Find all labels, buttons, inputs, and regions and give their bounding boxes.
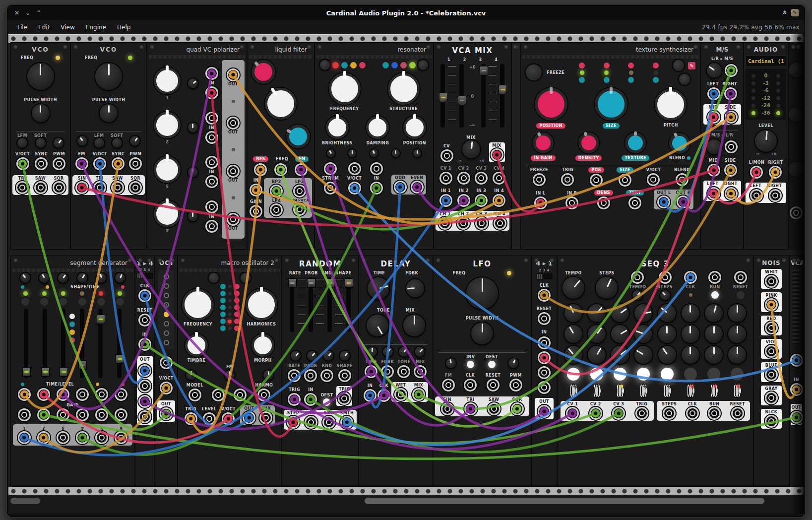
octave-dot[interactable]	[164, 330, 169, 336]
out-port-1[interactable]	[227, 68, 240, 81]
blue-output[interactable]	[765, 368, 778, 381]
wet-output[interactable]	[394, 388, 407, 401]
panel-toggle-icon[interactable]: ✎	[791, 9, 799, 16]
strum-input[interactable]	[324, 162, 337, 175]
seq-knob-r3[interactable]	[611, 346, 629, 364]
reset-input[interactable]	[487, 379, 500, 391]
steps-input[interactable]	[663, 407, 676, 420]
seq-knob-r3[interactable]	[682, 346, 699, 364]
size-knob[interactable]	[595, 88, 627, 121]
pitch-knob[interactable]	[655, 89, 687, 121]
time-cv-input[interactable]	[365, 365, 377, 378]
voct-input[interactable]	[647, 173, 660, 186]
trig-input[interactable]	[288, 393, 301, 406]
model-button-left[interactable]	[209, 273, 219, 283]
soft-knob[interactable]	[36, 138, 46, 148]
seg-slider-5[interactable]	[98, 309, 103, 378]
ofst-button[interactable]	[323, 398, 330, 406]
cv-thru[interactable]	[160, 356, 173, 369]
lin-output[interactable]	[305, 416, 317, 429]
in-l-input[interactable]	[534, 196, 547, 209]
decode-input[interactable]	[725, 140, 738, 153]
mix-output[interactable]	[412, 388, 425, 401]
gate-5[interactable]	[95, 408, 108, 421]
pulse-width-knob[interactable]	[471, 323, 493, 344]
lmon-input[interactable]	[750, 166, 763, 179]
out-4[interactable]	[138, 410, 151, 423]
soft-knob[interactable]	[112, 138, 122, 148]
in-2[interactable]	[538, 351, 551, 364]
atten-knob-4[interactable]	[188, 211, 198, 221]
seg-button-3[interactable]	[59, 298, 67, 306]
in-port-3b[interactable]	[205, 175, 218, 188]
freq-input[interactable]	[274, 163, 287, 176]
tone-cv-knob[interactable]	[399, 347, 409, 357]
smth-output[interactable]	[340, 416, 353, 429]
odd-output[interactable]	[394, 181, 407, 194]
audio-input[interactable]	[250, 184, 262, 196]
lfm-knob[interactable]	[17, 138, 27, 148]
rate-cv-knob[interactable]	[291, 351, 301, 361]
out-3[interactable]	[138, 395, 151, 408]
quality-select-button[interactable]	[679, 74, 690, 85]
clk-input[interactable]	[686, 407, 699, 420]
out-2[interactable]	[138, 380, 151, 392]
rate-slider[interactable]	[290, 277, 294, 332]
time-level-1[interactable]	[18, 388, 31, 401]
atten-knob[interactable]	[370, 149, 378, 157]
seq-knob-r2[interactable]	[634, 325, 652, 343]
seg-slider-2[interactable]	[43, 309, 47, 378]
sqr-output[interactable]	[511, 402, 524, 415]
trig-output[interactable]	[338, 392, 351, 405]
freeze-button[interactable]	[526, 65, 542, 80]
in3-input[interactable]	[475, 194, 488, 207]
time-level-4[interactable]	[76, 388, 89, 401]
octave-dot[interactable]	[164, 274, 169, 279]
sqr-output[interactable]	[53, 181, 65, 194]
pulse-width-knob[interactable]	[100, 104, 118, 122]
right-output[interactable]	[725, 187, 738, 200]
scrollbar-corner[interactable]	[10, 498, 40, 504]
aux-output[interactable]	[259, 411, 272, 424]
gate-out-2[interactable]	[594, 385, 600, 397]
sin-output[interactable]	[75, 181, 88, 194]
in2-input[interactable]	[457, 194, 470, 207]
env-out-2[interactable]	[37, 431, 50, 444]
trig-input[interactable]	[185, 412, 197, 425]
atten-knob[interactable]	[348, 149, 356, 157]
env-out-1[interactable]	[18, 431, 31, 444]
time-knob[interactable]	[368, 277, 389, 299]
in-gain-knob[interactable]	[533, 132, 554, 153]
gate-1[interactable]	[18, 408, 31, 421]
menu-file[interactable]: File	[12, 22, 32, 32]
fdbk-cv-knob[interactable]	[383, 347, 393, 357]
pos-input[interactable]	[590, 174, 603, 187]
horizontal-scrollbar[interactable]	[365, 498, 764, 504]
brightness-knob[interactable]	[326, 116, 349, 139]
env-out-5[interactable]	[95, 431, 108, 444]
damping-knob[interactable]	[366, 116, 389, 139]
seq-knob-r3[interactable]	[634, 346, 652, 364]
fm-input[interactable]	[295, 163, 308, 176]
step-light-3[interactable]	[614, 368, 626, 381]
octave-dot-selected[interactable]	[164, 312, 169, 317]
run-button[interactable]	[711, 291, 719, 299]
seq-knob-r3[interactable]	[705, 346, 723, 364]
position-knob[interactable]	[403, 116, 426, 139]
out-output[interactable]	[790, 411, 803, 424]
seq-knob-r1[interactable]	[588, 304, 606, 322]
violet-output[interactable]	[765, 345, 778, 358]
clk-input[interactable]	[377, 389, 390, 402]
pulse-width-knob[interactable]	[32, 104, 50, 122]
sync-input[interactable]	[112, 157, 125, 170]
fdbk-cv-input[interactable]	[381, 365, 394, 378]
gate-6[interactable]	[115, 408, 127, 421]
env-out-3[interactable]	[57, 431, 69, 444]
env-out-4[interactable]	[76, 431, 89, 444]
in-1[interactable]	[538, 336, 551, 349]
left-output[interactable]	[707, 187, 720, 200]
frequency-knob[interactable]	[329, 73, 361, 105]
out-output[interactable]	[243, 411, 255, 424]
shape-knob-1[interactable]	[20, 273, 30, 283]
pwm-input[interactable]	[509, 379, 522, 391]
